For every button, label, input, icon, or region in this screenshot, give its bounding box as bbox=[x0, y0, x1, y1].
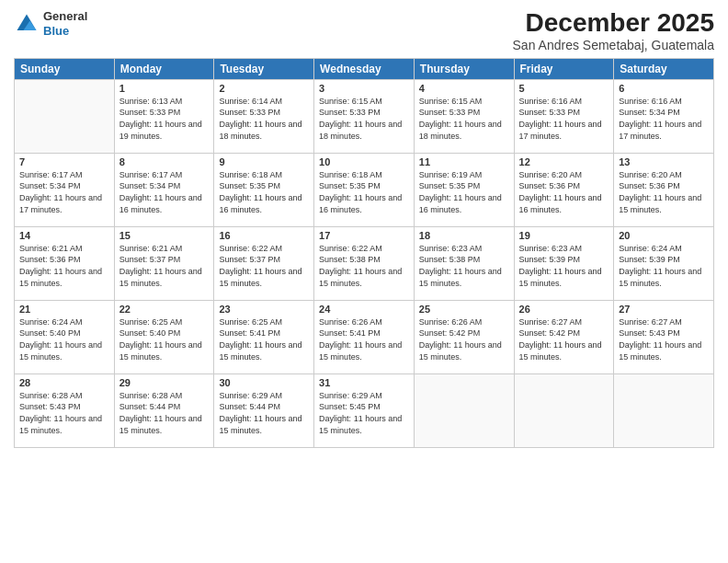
calendar-cell: 20Sunrise: 6:24 AM Sunset: 5:39 PM Dayli… bbox=[614, 226, 714, 300]
logo-text: General Blue bbox=[43, 9, 87, 38]
day-number: 5 bbox=[519, 83, 609, 94]
calendar-cell: 27Sunrise: 6:27 AM Sunset: 5:43 PM Dayli… bbox=[614, 300, 714, 373]
calendar-cell: 4Sunrise: 6:15 AM Sunset: 5:33 PM Daylig… bbox=[414, 79, 514, 153]
calendar-cell: 10Sunrise: 6:18 AM Sunset: 5:35 PM Dayli… bbox=[314, 153, 415, 226]
day-number: 21 bbox=[19, 304, 109, 315]
day-number: 29 bbox=[119, 377, 210, 388]
day-number: 6 bbox=[619, 83, 709, 94]
day-info: Sunrise: 6:23 AM Sunset: 5:38 PM Dayligh… bbox=[419, 243, 509, 289]
calendar-cell bbox=[514, 373, 614, 447]
calendar-cell: 1Sunrise: 6:13 AM Sunset: 5:33 PM Daylig… bbox=[114, 79, 214, 153]
day-info: Sunrise: 6:29 AM Sunset: 5:44 PM Dayligh… bbox=[219, 390, 309, 436]
calendar-cell: 3Sunrise: 6:15 AM Sunset: 5:33 PM Daylig… bbox=[314, 79, 415, 153]
day-info: Sunrise: 6:22 AM Sunset: 5:38 PM Dayligh… bbox=[319, 243, 409, 289]
calendar-cell bbox=[15, 79, 115, 153]
weekday-header: Friday bbox=[514, 58, 614, 79]
day-info: Sunrise: 6:21 AM Sunset: 5:37 PM Dayligh… bbox=[119, 243, 210, 289]
day-info: Sunrise: 6:24 AM Sunset: 5:40 PM Dayligh… bbox=[19, 316, 109, 362]
day-number: 10 bbox=[319, 156, 409, 167]
day-number: 4 bbox=[419, 83, 509, 94]
calendar-cell: 21Sunrise: 6:24 AM Sunset: 5:40 PM Dayli… bbox=[15, 300, 115, 373]
day-number: 20 bbox=[619, 230, 709, 241]
day-number: 26 bbox=[519, 304, 609, 315]
weekday-header: Wednesday bbox=[314, 58, 415, 79]
weekday-header: Monday bbox=[114, 58, 214, 79]
day-info: Sunrise: 6:15 AM Sunset: 5:33 PM Dayligh… bbox=[419, 96, 509, 142]
day-info: Sunrise: 6:16 AM Sunset: 5:33 PM Dayligh… bbox=[519, 96, 609, 142]
day-number: 30 bbox=[219, 377, 309, 388]
calendar-cell bbox=[614, 373, 714, 447]
day-number: 16 bbox=[219, 230, 309, 241]
calendar-cell: 24Sunrise: 6:26 AM Sunset: 5:41 PM Dayli… bbox=[314, 300, 415, 373]
location-subtitle: San Andres Semetabaj, Guatemala bbox=[513, 38, 714, 52]
calendar-cell: 13Sunrise: 6:20 AM Sunset: 5:36 PM Dayli… bbox=[614, 153, 714, 226]
day-info: Sunrise: 6:15 AM Sunset: 5:33 PM Dayligh… bbox=[319, 96, 409, 142]
day-number: 23 bbox=[219, 304, 309, 315]
calendar-table: SundayMondayTuesdayWednesdayThursdayFrid… bbox=[14, 58, 714, 448]
day-number: 27 bbox=[619, 304, 709, 315]
day-number: 1 bbox=[119, 83, 210, 94]
calendar-week-row: 21Sunrise: 6:24 AM Sunset: 5:40 PM Dayli… bbox=[15, 300, 714, 373]
title-block: December 2025 San Andres Semetabaj, Guat… bbox=[513, 9, 714, 52]
logo-icon bbox=[14, 11, 40, 37]
day-number: 7 bbox=[19, 156, 109, 167]
calendar-cell: 26Sunrise: 6:27 AM Sunset: 5:42 PM Dayli… bbox=[514, 300, 614, 373]
day-info: Sunrise: 6:26 AM Sunset: 5:42 PM Dayligh… bbox=[419, 316, 509, 362]
weekday-header: Thursday bbox=[414, 58, 514, 79]
calendar-cell: 6Sunrise: 6:16 AM Sunset: 5:34 PM Daylig… bbox=[614, 79, 714, 153]
calendar-cell: 22Sunrise: 6:25 AM Sunset: 5:40 PM Dayli… bbox=[114, 300, 214, 373]
calendar-week-row: 7Sunrise: 6:17 AM Sunset: 5:34 PM Daylig… bbox=[15, 153, 714, 226]
day-number: 31 bbox=[319, 377, 409, 388]
day-info: Sunrise: 6:29 AM Sunset: 5:45 PM Dayligh… bbox=[319, 390, 409, 436]
weekday-row: SundayMondayTuesdayWednesdayThursdayFrid… bbox=[15, 58, 714, 79]
calendar-cell: 2Sunrise: 6:14 AM Sunset: 5:33 PM Daylig… bbox=[214, 79, 314, 153]
calendar-cell: 12Sunrise: 6:20 AM Sunset: 5:36 PM Dayli… bbox=[514, 153, 614, 226]
day-number: 2 bbox=[219, 83, 309, 94]
calendar-cell: 29Sunrise: 6:28 AM Sunset: 5:44 PM Dayli… bbox=[114, 373, 214, 447]
calendar-cell: 19Sunrise: 6:23 AM Sunset: 5:39 PM Dayli… bbox=[514, 226, 614, 300]
day-number: 13 bbox=[619, 156, 709, 167]
calendar-week-row: 1Sunrise: 6:13 AM Sunset: 5:33 PM Daylig… bbox=[15, 79, 714, 153]
day-info: Sunrise: 6:25 AM Sunset: 5:41 PM Dayligh… bbox=[219, 316, 309, 362]
day-number: 3 bbox=[319, 83, 409, 94]
day-number: 12 bbox=[519, 156, 609, 167]
calendar-week-row: 14Sunrise: 6:21 AM Sunset: 5:36 PM Dayli… bbox=[15, 226, 714, 300]
day-number: 28 bbox=[19, 377, 109, 388]
page: General Blue December 2025 San Andres Se… bbox=[0, 0, 728, 563]
day-info: Sunrise: 6:28 AM Sunset: 5:44 PM Dayligh… bbox=[119, 390, 210, 436]
day-info: Sunrise: 6:18 AM Sunset: 5:35 PM Dayligh… bbox=[319, 169, 409, 215]
day-info: Sunrise: 6:18 AM Sunset: 5:35 PM Dayligh… bbox=[219, 169, 309, 215]
weekday-header: Saturday bbox=[614, 58, 714, 79]
day-number: 19 bbox=[519, 230, 609, 241]
calendar-cell: 30Sunrise: 6:29 AM Sunset: 5:44 PM Dayli… bbox=[214, 373, 314, 447]
day-number: 22 bbox=[119, 304, 210, 315]
day-info: Sunrise: 6:24 AM Sunset: 5:39 PM Dayligh… bbox=[619, 243, 709, 289]
day-info: Sunrise: 6:22 AM Sunset: 5:37 PM Dayligh… bbox=[219, 243, 309, 289]
calendar-cell: 31Sunrise: 6:29 AM Sunset: 5:45 PM Dayli… bbox=[314, 373, 415, 447]
calendar-cell bbox=[414, 373, 514, 447]
calendar-cell: 18Sunrise: 6:23 AM Sunset: 5:38 PM Dayli… bbox=[414, 226, 514, 300]
day-number: 14 bbox=[19, 230, 109, 241]
day-info: Sunrise: 6:16 AM Sunset: 5:34 PM Dayligh… bbox=[619, 96, 709, 142]
day-info: Sunrise: 6:27 AM Sunset: 5:42 PM Dayligh… bbox=[519, 316, 609, 362]
day-number: 15 bbox=[119, 230, 210, 241]
calendar-cell: 8Sunrise: 6:17 AM Sunset: 5:34 PM Daylig… bbox=[114, 153, 214, 226]
calendar-cell: 28Sunrise: 6:28 AM Sunset: 5:43 PM Dayli… bbox=[15, 373, 115, 447]
month-title: December 2025 bbox=[513, 9, 714, 38]
day-info: Sunrise: 6:17 AM Sunset: 5:34 PM Dayligh… bbox=[19, 169, 109, 215]
header: General Blue December 2025 San Andres Se… bbox=[14, 9, 714, 52]
weekday-header: Tuesday bbox=[214, 58, 314, 79]
day-info: Sunrise: 6:20 AM Sunset: 5:36 PM Dayligh… bbox=[519, 169, 609, 215]
calendar-cell: 23Sunrise: 6:25 AM Sunset: 5:41 PM Dayli… bbox=[214, 300, 314, 373]
calendar-cell: 17Sunrise: 6:22 AM Sunset: 5:38 PM Dayli… bbox=[314, 226, 415, 300]
day-number: 9 bbox=[219, 156, 309, 167]
day-number: 8 bbox=[119, 156, 210, 167]
day-info: Sunrise: 6:14 AM Sunset: 5:33 PM Dayligh… bbox=[219, 96, 309, 142]
day-info: Sunrise: 6:25 AM Sunset: 5:40 PM Dayligh… bbox=[119, 316, 210, 362]
day-info: Sunrise: 6:13 AM Sunset: 5:33 PM Dayligh… bbox=[119, 96, 210, 142]
day-info: Sunrise: 6:26 AM Sunset: 5:41 PM Dayligh… bbox=[319, 316, 409, 362]
calendar-cell: 15Sunrise: 6:21 AM Sunset: 5:37 PM Dayli… bbox=[114, 226, 214, 300]
logo: General Blue bbox=[14, 9, 87, 38]
day-info: Sunrise: 6:21 AM Sunset: 5:36 PM Dayligh… bbox=[19, 243, 109, 289]
day-info: Sunrise: 6:23 AM Sunset: 5:39 PM Dayligh… bbox=[519, 243, 609, 289]
